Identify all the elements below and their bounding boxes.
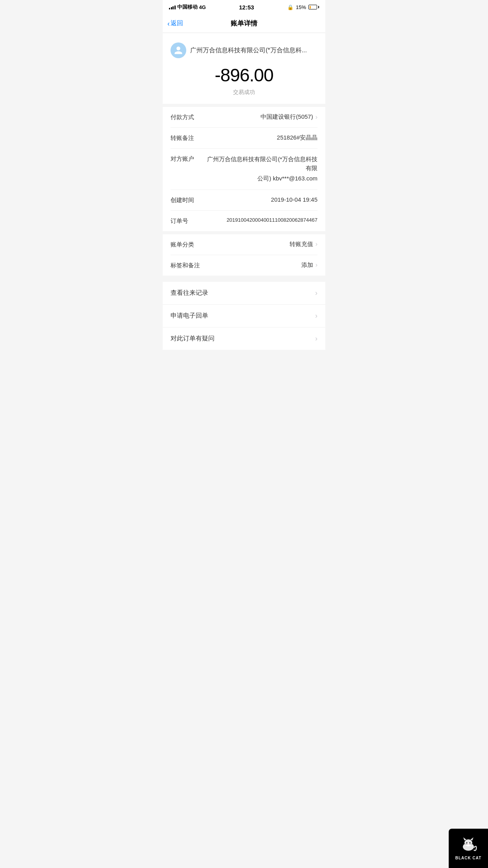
battery-fill: [310, 6, 311, 9]
chevron-right-icon: ›: [316, 241, 317, 248]
tags-label: 标签和备注: [171, 261, 202, 269]
chevron-right-icon: ›: [316, 114, 317, 121]
back-chevron-icon: ‹: [167, 20, 170, 27]
category-section: 账单分类 转账充值 › 标签和备注 添加 ›: [163, 234, 325, 279]
chevron-right-icon: ›: [315, 312, 317, 320]
created-time-row: 创建时间 2019-10-04 19:45: [171, 190, 317, 211]
spacer: [163, 279, 325, 282]
signal-bars: [169, 5, 176, 9]
transfer-note-label: 转账备注: [171, 134, 202, 142]
lock-icon: 🔒: [287, 4, 294, 10]
back-label: 返回: [171, 19, 183, 28]
battery-body: [308, 5, 317, 9]
order-number-label: 订单号: [171, 217, 202, 225]
nav-bar: ‹ 返回 账单详情: [163, 14, 325, 33]
counterparty-value: 广州万合信息科技有限公司(*万合信息科技有限 公司) kbv***@163.co…: [202, 155, 317, 183]
question-label: 对此订单有疑问: [171, 335, 215, 343]
order-number-value: 20191004200040011100820062874467: [227, 217, 317, 223]
clock: 12:53: [239, 4, 254, 11]
carrier-label: 中国移动: [177, 4, 198, 11]
merchant-name: 广州万合信息科技有限公司(*万合信息科...: [190, 46, 307, 55]
signal-bar-3: [172, 6, 174, 9]
tags-value: 添加 ›: [202, 261, 317, 269]
order-number-row: 订单号 20191004200040011100820062874467: [171, 211, 317, 231]
merchant-row: 广州万合信息科技有限公司(*万合信息科...: [171, 42, 317, 58]
network-type: 4G: [199, 4, 206, 10]
page-title: 账单详情: [231, 19, 257, 28]
payment-method-value[interactable]: 中国建设银行(5057) ›: [202, 113, 317, 121]
tags-row[interactable]: 标签和备注 添加 ›: [171, 255, 317, 276]
status-right: 🔒 15%: [287, 4, 319, 10]
transfer-note-value: 251826#安晶晶: [202, 134, 317, 142]
action-section: 查看往来记录 › 申请电子回单 › 对此订单有疑问 ›: [163, 282, 325, 350]
battery-tip: [318, 6, 319, 8]
bill-category-row[interactable]: 账单分类 转账充值 ›: [171, 234, 317, 255]
signal-bar-4: [174, 6, 176, 9]
electronic-receipt-row[interactable]: 申请电子回单 ›: [163, 305, 325, 327]
view-history-label: 查看往来记录: [171, 289, 208, 297]
view-history-row[interactable]: 查看往来记录 ›: [163, 282, 325, 305]
chevron-right-icon: ›: [316, 261, 317, 268]
counterparty-line1: 广州万合信息科技有限公司(*万合信息科技有限: [202, 155, 317, 173]
transaction-status: 交易成功: [233, 89, 255, 96]
battery-percent: 15%: [296, 4, 306, 10]
chevron-right-icon: ›: [315, 335, 317, 343]
status-bar: 中国移动 4G 12:53 🔒 15%: [163, 0, 325, 14]
payment-method-label: 付款方式: [171, 113, 202, 121]
transaction-amount: -896.00: [215, 64, 273, 86]
transfer-note-row: 转账备注 251826#安晶晶: [171, 128, 317, 149]
back-button[interactable]: ‹ 返回: [167, 19, 183, 28]
payment-method-row: 付款方式 中国建设银行(5057) ›: [171, 107, 317, 128]
detail-section: 付款方式 中国建设银行(5057) › 转账备注 251826#安晶晶 对方账户…: [163, 107, 325, 234]
created-time-value: 2019-10-04 19:45: [202, 196, 317, 203]
header-section: 广州万合信息科技有限公司(*万合信息科... -896.00 交易成功: [163, 33, 325, 107]
status-left: 中国移动 4G: [169, 4, 206, 11]
merchant-avatar: [171, 42, 186, 58]
question-row[interactable]: 对此订单有疑问 ›: [163, 327, 325, 350]
user-icon: [174, 46, 183, 55]
electronic-receipt-label: 申请电子回单: [171, 312, 208, 320]
bill-category-label: 账单分类: [171, 241, 202, 248]
counterparty-label: 对方账户: [171, 155, 202, 163]
signal-bar-1: [169, 8, 170, 9]
counterparty-line2: 公司) kbv***@163.com: [257, 174, 317, 183]
bill-category-value: 转账充值 ›: [202, 241, 317, 248]
counterparty-row: 对方账户 广州万合信息科技有限公司(*万合信息科技有限 公司) kbv***@1…: [171, 149, 317, 190]
chevron-right-icon: ›: [315, 289, 317, 297]
signal-bar-2: [171, 7, 172, 9]
battery-icon: [308, 5, 319, 9]
created-time-label: 创建时间: [171, 196, 202, 204]
